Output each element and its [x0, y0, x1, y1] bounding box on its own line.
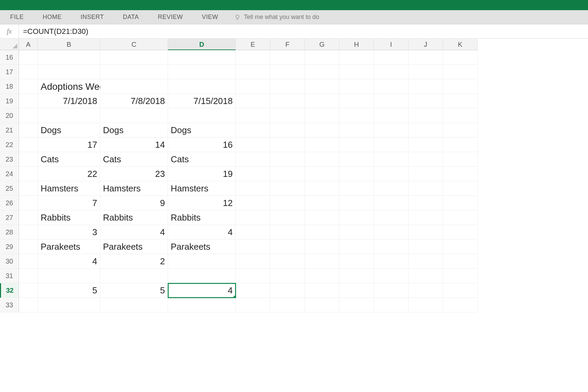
cell-H22[interactable] [339, 138, 374, 152]
cell-I25[interactable] [374, 181, 408, 196]
row-header-32[interactable]: 32 [0, 283, 19, 298]
cell-E33[interactable] [236, 298, 270, 312]
tab-data[interactable]: DATA [113, 10, 148, 24]
cell-F21[interactable] [270, 123, 305, 138]
cell-K21[interactable] [443, 123, 478, 138]
cell-J30[interactable] [408, 254, 443, 269]
cell-F32[interactable] [270, 283, 305, 298]
cell-B17[interactable] [38, 65, 100, 79]
cell-G29[interactable] [305, 240, 339, 254]
cell-B33[interactable] [38, 298, 100, 312]
cell-H18[interactable] [339, 79, 374, 94]
cell-J22[interactable] [408, 138, 443, 152]
row-header-29[interactable]: 29 [0, 240, 19, 254]
cell-A30[interactable] [19, 254, 38, 269]
column-header-G[interactable]: G [305, 39, 339, 50]
cell-H26[interactable] [339, 196, 374, 210]
cell-F17[interactable] [270, 65, 305, 79]
row-header-16[interactable]: 16 [0, 50, 19, 65]
cell-D22[interactable]: 16 [168, 138, 236, 152]
cell-H25[interactable] [339, 181, 374, 196]
cell-F25[interactable] [270, 181, 305, 196]
row-header-28[interactable]: 28 [0, 225, 19, 240]
cell-E22[interactable] [236, 138, 270, 152]
cell-H23[interactable] [339, 152, 374, 167]
cell-H29[interactable] [339, 240, 374, 254]
column-header-F[interactable]: F [270, 39, 305, 50]
cell-I23[interactable] [374, 152, 408, 167]
cell-K29[interactable] [443, 240, 478, 254]
cell-E26[interactable] [236, 196, 270, 210]
cell-B29[interactable]: Parakeets [38, 240, 100, 254]
cell-F31[interactable] [270, 269, 305, 283]
cell-J20[interactable] [408, 108, 443, 123]
cell-B21[interactable]: Dogs [38, 123, 100, 138]
cell-G16[interactable] [305, 50, 339, 65]
cell-D20[interactable] [168, 108, 236, 123]
cell-D18[interactable] [168, 79, 236, 94]
cell-D16[interactable] [168, 50, 236, 65]
cell-A29[interactable] [19, 240, 38, 254]
cell-K23[interactable] [443, 152, 478, 167]
cell-D27[interactable]: Rabbits [168, 210, 236, 225]
row-header-25[interactable]: 25 [0, 181, 19, 196]
cell-A20[interactable] [19, 108, 38, 123]
cell-I29[interactable] [374, 240, 408, 254]
cell-K17[interactable] [443, 65, 478, 79]
select-all-corner[interactable] [0, 39, 19, 50]
cell-J27[interactable] [408, 210, 443, 225]
cell-I18[interactable] [374, 79, 408, 94]
cell-B27[interactable]: Rabbits [38, 210, 100, 225]
cell-E27[interactable] [236, 210, 270, 225]
cell-C27[interactable]: Rabbits [100, 210, 168, 225]
cell-H30[interactable] [339, 254, 374, 269]
tab-home[interactable]: HOME [33, 10, 71, 24]
fx-icon[interactable]: fx [0, 24, 19, 38]
column-header-B[interactable]: B [38, 39, 100, 50]
cell-K32[interactable] [443, 283, 478, 298]
cell-I21[interactable] [374, 123, 408, 138]
cell-A32[interactable] [19, 283, 38, 298]
column-header-D[interactable]: D [168, 39, 236, 50]
cell-I30[interactable] [374, 254, 408, 269]
cell-C31[interactable] [100, 269, 168, 283]
cell-E31[interactable] [236, 269, 270, 283]
cell-J21[interactable] [408, 123, 443, 138]
cell-I20[interactable] [374, 108, 408, 123]
cell-C25[interactable]: Hamsters [100, 181, 168, 196]
cell-K18[interactable] [443, 79, 478, 94]
spreadsheet-grid[interactable]: ABCDEFGHIJK 161718Adoptions Week of…197/… [0, 39, 588, 312]
cell-B30[interactable]: 4 [38, 254, 100, 269]
cell-F22[interactable] [270, 138, 305, 152]
cell-H31[interactable] [339, 269, 374, 283]
row-header-26[interactable]: 26 [0, 196, 19, 210]
cell-K24[interactable] [443, 167, 478, 181]
cell-J18[interactable] [408, 79, 443, 94]
cell-F27[interactable] [270, 210, 305, 225]
cell-C21[interactable]: Dogs [100, 123, 168, 138]
cell-C33[interactable] [100, 298, 168, 312]
cell-C23[interactable]: Cats [100, 152, 168, 167]
cell-E24[interactable] [236, 167, 270, 181]
cell-G26[interactable] [305, 196, 339, 210]
cell-G33[interactable] [305, 298, 339, 312]
cell-A19[interactable] [19, 94, 38, 108]
cell-G31[interactable] [305, 269, 339, 283]
cell-J31[interactable] [408, 269, 443, 283]
cell-G18[interactable] [305, 79, 339, 94]
cell-C24[interactable]: 23 [100, 167, 168, 181]
cell-F20[interactable] [270, 108, 305, 123]
row-header-23[interactable]: 23 [0, 152, 19, 167]
cell-A17[interactable] [19, 65, 38, 79]
column-header-A[interactable]: A [19, 39, 38, 50]
cell-J16[interactable] [408, 50, 443, 65]
cell-F26[interactable] [270, 196, 305, 210]
cell-E20[interactable] [236, 108, 270, 123]
cell-D30[interactable] [168, 254, 236, 269]
cell-E29[interactable] [236, 240, 270, 254]
cell-B24[interactable]: 22 [38, 167, 100, 181]
cell-I16[interactable] [374, 50, 408, 65]
cell-K19[interactable] [443, 94, 478, 108]
cell-D33[interactable] [168, 298, 236, 312]
cell-E28[interactable] [236, 225, 270, 240]
